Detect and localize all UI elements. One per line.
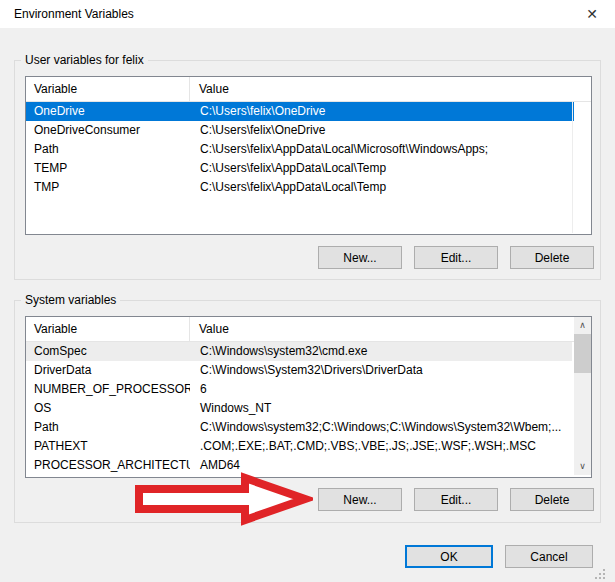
- system-table-header: Variable Value: [26, 317, 591, 342]
- environment-variables-dialog: Environment Variables ✕ User variables f…: [0, 0, 615, 582]
- column-header-variable[interactable]: Variable: [26, 317, 190, 341]
- user-delete-button[interactable]: Delete: [510, 246, 594, 269]
- variable-cell: OneDriveConsumer: [26, 121, 190, 140]
- table-row-onedrive[interactable]: OneDrive C:\Users\felix\OneDrive: [26, 102, 574, 121]
- value-cell: C:\Windows\system32;C:\Windows;C:\Window…: [190, 418, 572, 437]
- variable-cell: Path: [26, 140, 190, 159]
- table-row-driverdata[interactable]: DriverData C:\Windows\System32\Drivers\D…: [26, 361, 572, 380]
- table-row-comspec[interactable]: ComSpec C:\Windows\system32\cmd.exe: [26, 342, 572, 361]
- variable-cell: DriverData: [26, 361, 190, 380]
- scroll-down-icon[interactable]: ∨: [574, 458, 591, 475]
- variable-cell: Path: [26, 418, 190, 437]
- value-cell: AMD64: [190, 456, 572, 475]
- system-delete-button[interactable]: Delete: [510, 488, 594, 511]
- system-new-button[interactable]: New...: [318, 488, 402, 511]
- value-cell: C:\Users\felix\OneDrive: [190, 102, 574, 121]
- user-variables-group-label: User variables for felix: [21, 53, 148, 67]
- table-row-pathext[interactable]: PATHEXT .COM;.EXE;.BAT;.CMD;.VBS;.VBE;.J…: [26, 437, 572, 456]
- variable-cell: ComSpec: [26, 342, 190, 361]
- variable-cell: OS: [26, 399, 190, 418]
- table-row-processor-architecture[interactable]: PROCESSOR_ARCHITECTURE AMD64: [26, 456, 572, 475]
- value-cell: C:\Users\felix\OneDrive: [190, 121, 574, 140]
- system-variables-table[interactable]: Variable Value ComSpec C:\Windows\system…: [25, 316, 592, 478]
- variable-cell: TMP: [26, 178, 190, 197]
- variable-cell: OneDrive: [26, 102, 190, 121]
- column-header-variable[interactable]: Variable: [26, 77, 190, 101]
- table-row-path[interactable]: Path C:\Users\felix\AppData\Local\Micros…: [26, 140, 574, 159]
- value-cell: C:\Users\felix\AppData\Local\Temp: [190, 178, 574, 197]
- table-row-temp[interactable]: TEMP C:\Users\felix\AppData\Local\Temp: [26, 159, 574, 178]
- system-edit-button[interactable]: Edit...: [414, 488, 498, 511]
- variable-cell: PROCESSOR_ARCHITECTURE: [26, 456, 190, 475]
- title-bar: Environment Variables ✕: [0, 0, 615, 28]
- table-row-path[interactable]: Path C:\Windows\system32;C:\Windows;C:\W…: [26, 418, 572, 437]
- value-cell: 6: [190, 380, 572, 399]
- window-title: Environment Variables: [14, 0, 134, 28]
- user-new-button[interactable]: New...: [318, 246, 402, 269]
- variable-cell: PATHEXT: [26, 437, 190, 456]
- value-cell: .COM;.EXE;.BAT;.CMD;.VBS;.VBE;.JS;.JSE;.…: [190, 437, 572, 456]
- close-icon[interactable]: ✕: [571, 0, 613, 28]
- user-variables-table[interactable]: Variable Value OneDrive C:\Users\felix\O…: [25, 76, 592, 235]
- vertical-scrollbar[interactable]: ∧ ∨: [574, 317, 591, 475]
- value-cell: Windows_NT: [190, 399, 572, 418]
- table-row-number-of-processors[interactable]: NUMBER_OF_PROCESSORS 6: [26, 380, 572, 399]
- table-row-os[interactable]: OS Windows_NT: [26, 399, 572, 418]
- column-header-value[interactable]: Value: [190, 317, 591, 341]
- table-row-tmp[interactable]: TMP C:\Users\felix\AppData\Local\Temp: [26, 178, 574, 197]
- cancel-button[interactable]: Cancel: [505, 545, 593, 568]
- value-column-edge-line: [572, 101, 573, 233]
- value-cell: C:\Users\felix\AppData\Local\Microsoft\W…: [190, 140, 574, 159]
- variable-cell: TEMP: [26, 159, 190, 178]
- user-table-header: Variable Value: [26, 77, 591, 102]
- value-cell: C:\Windows\system32\cmd.exe: [190, 342, 572, 361]
- user-edit-button[interactable]: Edit...: [414, 246, 498, 269]
- scroll-up-icon[interactable]: ∧: [574, 317, 591, 334]
- scrollbar-thumb[interactable]: [574, 334, 591, 373]
- ok-button[interactable]: OK: [405, 545, 493, 568]
- table-row-onedriveconsumer[interactable]: OneDriveConsumer C:\Users\felix\OneDrive: [26, 121, 574, 140]
- value-cell: C:\Windows\System32\Drivers\DriverData: [190, 361, 572, 380]
- column-header-value[interactable]: Value: [190, 77, 591, 101]
- value-cell: C:\Users\felix\AppData\Local\Temp: [190, 159, 574, 178]
- system-variables-group-label: System variables: [21, 293, 120, 307]
- variable-cell: NUMBER_OF_PROCESSORS: [26, 380, 190, 399]
- resize-grip[interactable]: [594, 568, 606, 580]
